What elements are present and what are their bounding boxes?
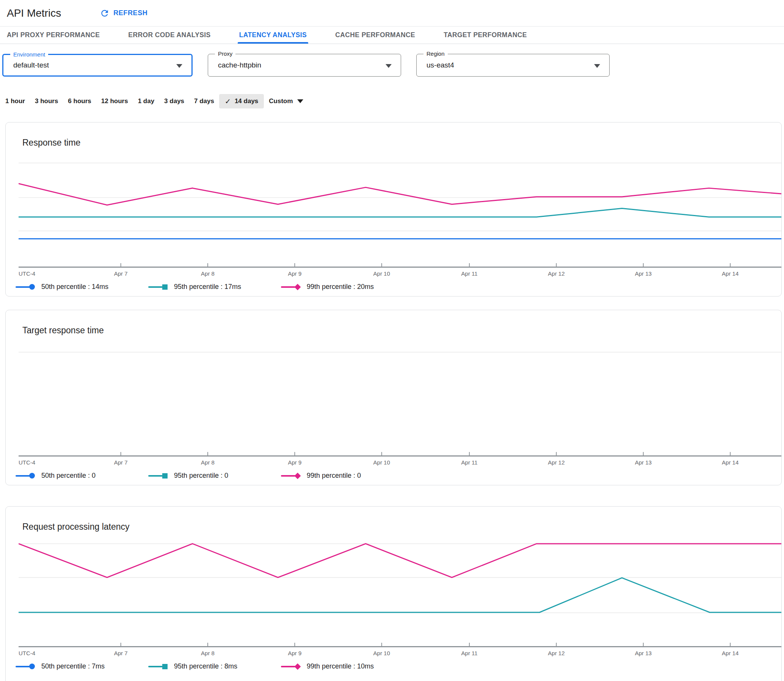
time-range-14-days-label: 14 days — [235, 97, 258, 105]
refresh-button[interactable]: REFRESH — [100, 8, 147, 18]
chart-legend: 50th percentile : 0 95th percentile : 0 … — [16, 472, 781, 480]
dropdown-arrow-icon — [386, 64, 392, 68]
time-range-custom-label: Custom — [269, 97, 293, 105]
axis-tick-label: Apr 9 — [288, 650, 301, 656]
check-icon: ✓ — [225, 97, 231, 106]
axis-tick-label: Apr 14 — [722, 459, 738, 466]
axis-origin-label: UTC-4 — [19, 459, 35, 466]
environment-value: default-test — [13, 61, 49, 70]
axis-tick-label: Apr 7 — [114, 459, 128, 466]
tab-api-proxy-performance[interactable]: API PROXY PERFORMANCE — [7, 27, 100, 44]
axis-origin-label: UTC-4 — [19, 270, 35, 277]
legend-item-95th: 95th percentile : 8ms — [148, 662, 281, 670]
axis-tick-label: Apr 11 — [461, 650, 478, 656]
legend-label: 99th percentile : 20ms — [307, 283, 374, 291]
region-select[interactable]: Region us-east4 — [416, 54, 610, 77]
axis-tick-label: Apr 14 — [722, 270, 738, 277]
time-range-6-hours[interactable]: 6 hours — [63, 94, 96, 108]
chart-title: Response time — [22, 138, 781, 148]
axis-tick-label: Apr 10 — [374, 650, 390, 656]
axis-tick-label: Apr 8 — [201, 270, 215, 277]
axis-tick-label: Apr 8 — [201, 459, 215, 466]
legend-label: 50th percentile : 7ms — [41, 662, 105, 670]
axis-tick-label: Apr 12 — [548, 270, 564, 277]
legend-item-95th: 95th percentile : 17ms — [148, 283, 281, 291]
chevron-down-icon — [297, 99, 303, 103]
time-range-1-day[interactable]: 1 day — [133, 94, 159, 108]
axis-tick-label: Apr 10 — [374, 459, 390, 466]
legend-label: 95th percentile : 8ms — [174, 662, 237, 670]
page-header: API Metrics REFRESH — [0, 0, 784, 27]
time-range-7-days[interactable]: 7 days — [189, 94, 219, 108]
region-label: Region — [423, 51, 448, 57]
tab-latency-analysis[interactable]: LATENCY ANALYSIS — [239, 27, 307, 44]
axis-tick-label: Apr 7 — [114, 650, 128, 656]
response-time-chart — [19, 156, 781, 266]
legend-label: 50th percentile : 14ms — [41, 283, 108, 291]
legend-label: 99th percentile : 0 — [307, 472, 361, 480]
legend-item-99th: 99th percentile : 20ms — [281, 283, 413, 291]
series-line-95th-percentile — [19, 209, 781, 217]
axis-tick-label: Apr 8 — [201, 650, 215, 656]
legend-item-50th: 50th percentile : 14ms — [16, 283, 148, 291]
legend-item-95th: 95th percentile : 0 — [148, 472, 281, 480]
series-line-95th-percentile — [19, 578, 781, 612]
response-time-card: Response time UTC-4Apr 7Apr 8Apr 9Apr 10… — [5, 122, 782, 296]
time-range-12-hours[interactable]: 12 hours — [96, 94, 133, 108]
time-range-1-hour[interactable]: 1 hour — [5, 94, 30, 108]
time-range-row: 1 hour 3 hours 6 hours 12 hours 1 day 3 … — [5, 94, 784, 108]
legend-marker-diamond-icon — [281, 663, 301, 670]
environment-label: Environment — [10, 51, 48, 58]
series-line-99th-percentile — [19, 544, 781, 578]
target-response-time-chart — [19, 344, 781, 455]
time-range-3-days[interactable]: 3 days — [159, 94, 189, 108]
refresh-icon — [100, 8, 109, 18]
chart-plot-area — [19, 344, 781, 456]
x-axis-labels: UTC-4Apr 7Apr 8Apr 9Apr 10Apr 11Apr 12Ap… — [19, 268, 781, 278]
time-range-14-days[interactable]: ✓ 14 days — [219, 94, 264, 108]
legend-marker-diamond-icon — [281, 472, 301, 479]
axis-tick-label: Apr 9 — [288, 459, 301, 466]
legend-label: 95th percentile : 0 — [174, 472, 228, 480]
dropdown-arrow-icon — [594, 64, 600, 68]
refresh-label: REFRESH — [113, 9, 147, 17]
dropdown-arrow-icon — [176, 64, 182, 68]
legend-label: 50th percentile : 0 — [41, 472, 95, 480]
legend-label: 95th percentile : 17ms — [174, 283, 241, 291]
legend-marker-square-icon — [148, 663, 168, 670]
time-range-custom[interactable]: Custom — [264, 94, 308, 108]
chart-plot-area — [19, 540, 781, 647]
request-processing-latency-card: Request processing latency UTC-4Apr 7Apr… — [5, 506, 782, 681]
region-value: us-east4 — [426, 61, 454, 70]
chart-legend: 50th percentile : 7ms 95th percentile : … — [16, 662, 781, 670]
axis-tick-label: Apr 12 — [548, 650, 564, 656]
proxy-select[interactable]: Proxy cache-httpbin — [208, 54, 401, 77]
proxy-label: Proxy — [215, 51, 235, 57]
series-line-99th-percentile — [19, 184, 781, 205]
x-axis-labels: UTC-4Apr 7Apr 8Apr 9Apr 10Apr 11Apr 12Ap… — [19, 456, 781, 467]
chart-legend: 50th percentile : 14ms 95th percentile :… — [16, 283, 781, 291]
legend-marker-diamond-icon — [281, 283, 301, 290]
axis-tick-label: Apr 13 — [635, 270, 652, 277]
tab-cache-performance[interactable]: CACHE PERFORMANCE — [335, 27, 415, 44]
axis-tick-label: Apr 13 — [635, 650, 652, 656]
legend-marker-circle-icon — [16, 283, 35, 290]
axis-tick-label: Apr 14 — [722, 650, 738, 656]
page-title: API Metrics — [7, 7, 61, 19]
axis-tick-label: Apr 10 — [374, 270, 390, 277]
chart-title: Request processing latency — [22, 522, 781, 532]
proxy-value: cache-httpbin — [218, 61, 261, 70]
axis-origin-label: UTC-4 — [19, 650, 35, 656]
request-processing-latency-chart — [19, 540, 781, 646]
tab-error-code-analysis[interactable]: ERROR CODE ANALYSIS — [128, 27, 211, 44]
tab-bar: API PROXY PERFORMANCE ERROR CODE ANALYSI… — [0, 27, 784, 44]
environment-select[interactable]: Environment default-test — [2, 54, 193, 77]
legend-marker-square-icon — [148, 472, 168, 479]
target-response-time-card: Target response time UTC-4Apr 7Apr 8Apr … — [5, 310, 782, 485]
tab-target-performance[interactable]: TARGET PERFORMANCE — [443, 27, 527, 44]
legend-item-50th: 50th percentile : 0 — [16, 472, 148, 480]
legend-label: 99th percentile : 10ms — [307, 662, 374, 670]
x-axis-labels: UTC-4Apr 7Apr 8Apr 9Apr 10Apr 11Apr 12Ap… — [19, 647, 781, 658]
time-range-3-hours[interactable]: 3 hours — [30, 94, 63, 108]
legend-item-99th: 99th percentile : 0 — [281, 472, 413, 480]
